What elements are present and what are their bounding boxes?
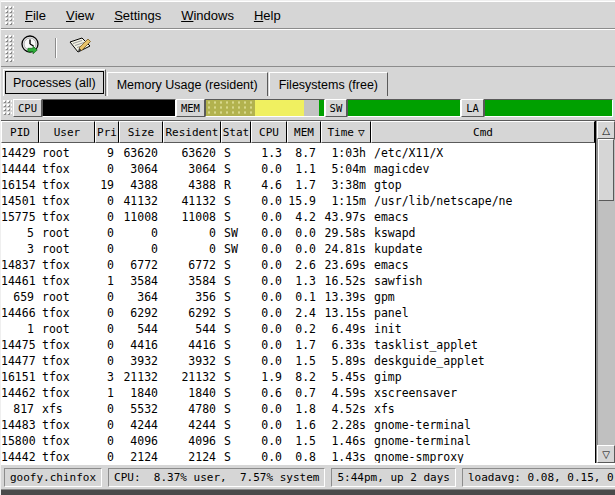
cell-cpu: 1.9	[251, 369, 287, 385]
process-row[interactable]: 3root000SW0.00.024.81skupdate	[1, 241, 595, 257]
summary-grip-handle[interactable]	[2, 99, 12, 116]
cell-size: 0	[119, 241, 163, 257]
process-row[interactable]: 14462tfox118401840S0.60.74.59sxscreensav…	[1, 385, 595, 401]
cell-pid: 14475	[1, 337, 39, 353]
tab-memory-usage-resident[interactable]: Memory Usage (resident)	[107, 72, 268, 96]
cell-stat: S	[221, 369, 251, 385]
cell-mem: 2.6	[287, 257, 321, 273]
cell-cpu: 0.0	[251, 321, 287, 337]
column-header-label: PID	[10, 126, 30, 139]
process-row[interactable]: 817xfs055324780S0.01.84.52sxfs	[1, 401, 595, 417]
process-row[interactable]: 14442tfox021242124S0.00.81.43sgnome-smpr…	[1, 449, 595, 463]
process-row[interactable]: 14444tfox030643064S0.01.15:04mmagicdev	[1, 161, 595, 177]
cell-time: 1:15m	[321, 193, 371, 209]
cell-size: 4244	[119, 417, 163, 433]
column-header-cmd[interactable]: Cmd	[371, 121, 595, 143]
menu-file[interactable]: File	[15, 3, 56, 27]
cell-user: root	[39, 289, 95, 305]
loadavg-panel: loadavg: 0.08, 0.15, 0.25	[462, 468, 615, 487]
cell-user: root	[39, 321, 95, 337]
cell-stat: SW	[221, 241, 251, 257]
cell-stat: S	[221, 321, 251, 337]
sw-graph-label[interactable]: SW	[325, 99, 348, 117]
cell-size: 3932	[119, 353, 163, 369]
scroll-up-button[interactable]: △	[597, 121, 615, 139]
process-row[interactable]: 15800tfox040964096S0.01.51.46sgnome-term…	[1, 433, 595, 449]
la-graph-label[interactable]: LA	[461, 99, 484, 117]
column-header-time[interactable]: Time▽	[321, 121, 371, 143]
cell-cpu: 0.0	[251, 289, 287, 305]
cell-mem: 1.8	[287, 401, 321, 417]
process-row[interactable]: 5root000SW0.00.029.58skswapd	[1, 225, 595, 241]
column-header-pid[interactable]: PID	[1, 121, 39, 143]
column-header-label: CPU	[259, 126, 279, 139]
toolbar-separator	[55, 38, 57, 58]
hostname-panel: goofy.chinfox	[4, 468, 102, 487]
cell-pri: 0	[95, 225, 119, 241]
cell-cmd: gnome-terminal	[371, 417, 595, 433]
process-row[interactable]: 659root0364356S0.00.113.39sgpm	[1, 289, 595, 305]
notepad-edit-button[interactable]	[63, 33, 97, 63]
menu-settings[interactable]: Settings	[104, 3, 171, 27]
column-header-pri[interactable]: Pri	[95, 121, 119, 143]
cell-time: 5.89s	[321, 353, 371, 369]
cell-time: 6.49s	[321, 321, 371, 337]
mem-bar-segment	[255, 100, 303, 116]
column-header-mem[interactable]: MEM	[287, 121, 321, 143]
cell-pri: 3	[95, 369, 119, 385]
cell-user: root	[39, 225, 95, 241]
cell-resident: 6772	[163, 257, 221, 273]
la-usage-bar	[484, 99, 613, 117]
process-row[interactable]: 14461tfox135843584S0.01.316.52ssawfish	[1, 273, 595, 289]
mem-bar-segment	[304, 100, 319, 116]
scroll-down-button[interactable]: ▽	[597, 445, 615, 463]
cell-pid: 14442	[1, 449, 39, 463]
cell-user: xfs	[39, 401, 95, 417]
cell-pid: 14477	[1, 353, 39, 369]
sort-descending-icon: ▽	[358, 126, 365, 139]
cell-pid: 15775	[1, 209, 39, 225]
column-header-size[interactable]: Size	[119, 121, 163, 143]
process-row[interactable]: 14475tfox044164416S0.01.76.33stasklist_a…	[1, 337, 595, 353]
cell-stat: S	[221, 417, 251, 433]
menu-help[interactable]: Help	[244, 3, 291, 27]
menu-windows[interactable]: Windows	[171, 3, 244, 27]
process-row[interactable]: 16151tfox32113221132S1.98.25.45sgimp	[1, 369, 595, 385]
cell-mem: 0.1	[287, 289, 321, 305]
column-header-cpu[interactable]: CPU	[251, 121, 287, 143]
vertical-scrollbar[interactable]: △ ▽	[596, 121, 615, 463]
process-row[interactable]: 15775tfox01100811008S0.04.243.97semacs	[1, 209, 595, 225]
process-row[interactable]: 14477tfox039323932S0.01.55.89sdeskguide_…	[1, 353, 595, 369]
cell-resident: 4780	[163, 401, 221, 417]
cell-size: 11008	[119, 209, 163, 225]
cell-time: 29.58s	[321, 225, 371, 241]
cell-user: tfox	[39, 273, 95, 289]
scrollbar-thumb[interactable]	[598, 139, 614, 201]
process-row[interactable]: 14837tfox067726772S0.02.623.69semacs	[1, 257, 595, 273]
cpu-graph-label[interactable]: CPU	[13, 99, 42, 117]
column-header-stat[interactable]: Stat	[221, 121, 251, 143]
process-row[interactable]: 14466tfox062926292S0.02.413.15spanel	[1, 305, 595, 321]
timer-clock-button[interactable]	[15, 33, 49, 63]
process-row[interactable]: 16154tfox1943884388R4.61.73:38mgtop	[1, 177, 595, 193]
toolbar-grip-handle[interactable]	[4, 34, 14, 62]
tab-processes-all[interactable]: Processes (all)	[3, 69, 106, 96]
cell-cpu: 0.0	[251, 225, 287, 241]
column-header-user[interactable]: User	[39, 121, 95, 143]
column-header-resident[interactable]: Resident	[163, 121, 221, 143]
process-row[interactable]: 14501tfox04113241132S0.015.91:15m/usr/li…	[1, 193, 595, 209]
scrollbar-track[interactable]	[597, 139, 615, 445]
cell-stat: S	[221, 257, 251, 273]
process-row[interactable]: 1root0544544S0.00.26.49sinit	[1, 321, 595, 337]
mem-graph-label[interactable]: MEM	[176, 99, 205, 117]
cell-user: tfox	[39, 369, 95, 385]
cell-resident: 4388	[163, 177, 221, 193]
process-row[interactable]: 14429root96362063620S1.38.71:03h/etc/X11…	[1, 145, 595, 161]
cell-time: 13.15s	[321, 305, 371, 321]
tab-filesystems-free[interactable]: Filesystems (free)	[269, 72, 388, 96]
process-row[interactable]: 14483tfox042444244S0.01.62.28sgnome-term…	[1, 417, 595, 433]
cell-resident: 2124	[163, 449, 221, 463]
cell-cmd: xscreensaver	[371, 385, 595, 401]
menu-view[interactable]: View	[56, 3, 104, 27]
menubar-grip-handle[interactable]	[4, 5, 14, 25]
